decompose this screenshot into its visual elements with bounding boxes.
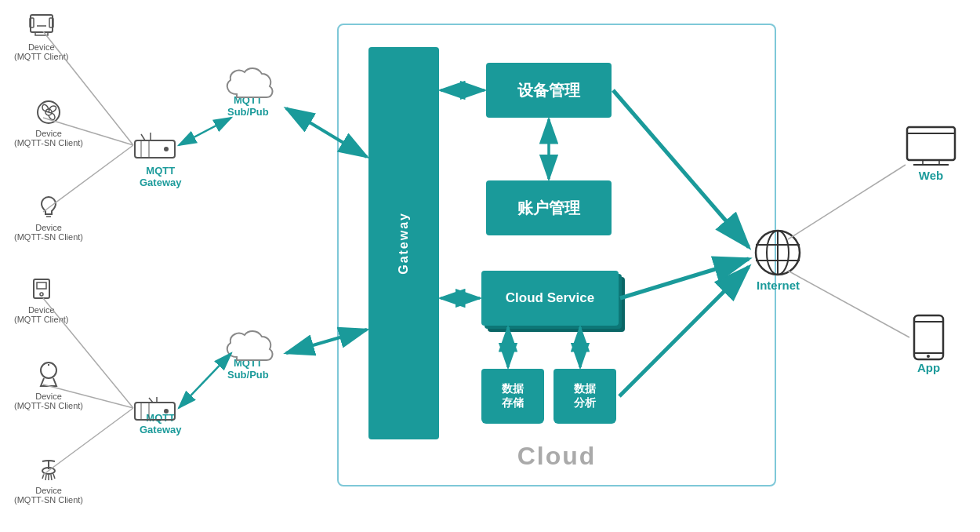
svg-line-24 [141, 134, 145, 140]
shebei-box: 设备管理 [486, 63, 612, 118]
svg-point-11 [40, 293, 43, 296]
svg-point-44 [927, 355, 930, 358]
data-analysis-box: 数据分析 [554, 369, 616, 424]
mqtt-cloud-top-icon [221, 63, 284, 109]
svg-line-16 [45, 475, 46, 480]
cloud-service-box: Cloud Service [481, 271, 619, 326]
data-storage-box: 数据存储 [481, 369, 544, 424]
svg-line-15 [42, 474, 44, 479]
device-5: Device(MQTT-SN Client) [14, 361, 83, 410]
cloud-label: Cloud [517, 442, 597, 471]
mqtt-cloud-bottom-icon [221, 326, 284, 372]
svg-rect-37 [907, 127, 955, 160]
svg-rect-10 [37, 282, 46, 289]
device-1: Device(MQTT Client) [14, 12, 68, 61]
svg-point-29 [164, 409, 169, 414]
diagram: Cloud Gateway 设备管理 账户管理 Cloud Service 数据… [0, 0, 980, 532]
svg-rect-2 [30, 18, 34, 27]
mqtt-gateway-bottom-icon [133, 396, 176, 431]
device-3: Device(MQTT-SN Client) [14, 192, 83, 242]
svg-line-54 [179, 118, 231, 145]
svg-point-23 [164, 147, 169, 151]
web-item: Web [906, 126, 956, 182]
mqtt-gateway-top-icon [133, 129, 176, 164]
device-6: Device(MQTT-SN Client) [14, 455, 83, 505]
device-4: Device(MQTT Client) [14, 275, 68, 324]
internet-item: Internet [753, 228, 804, 292]
svg-line-66 [788, 165, 906, 239]
svg-line-67 [788, 271, 909, 337]
app-item: App [911, 314, 946, 374]
svg-line-19 [53, 474, 55, 479]
mqtt-gateway-top-label: MQTTGateway [140, 165, 181, 188]
zhanghu-box: 账户管理 [486, 180, 612, 235]
gateway-label: Gateway [397, 212, 411, 275]
svg-rect-1 [35, 32, 48, 35]
gateway-bar: Gateway [368, 47, 439, 439]
svg-line-18 [51, 475, 52, 480]
device-2: Device(MQTT-SN Client) [14, 98, 83, 148]
svg-rect-3 [49, 18, 53, 27]
